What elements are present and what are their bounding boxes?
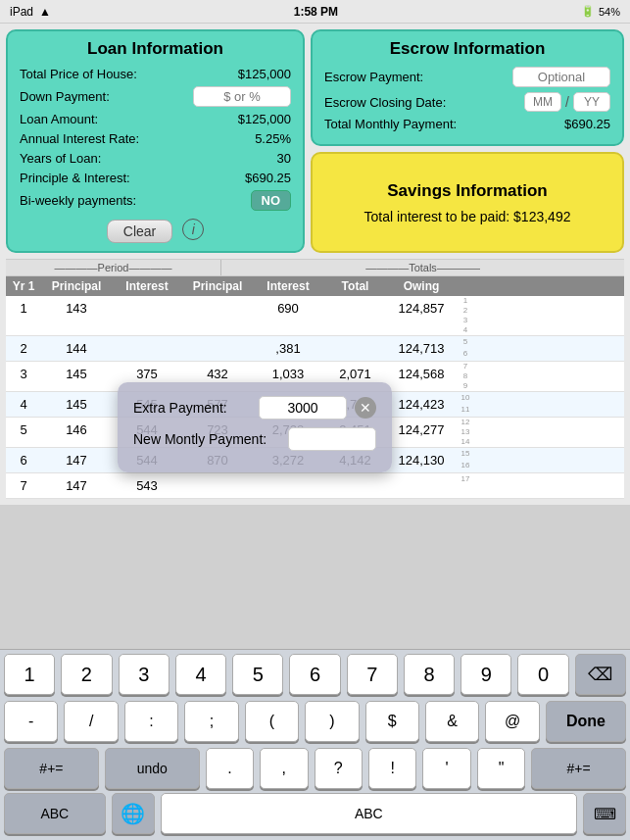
down-payment-input[interactable]: [193, 86, 291, 107]
cell-owing: 124,713: [387, 336, 456, 361]
kb-key-quote[interactable]: ': [422, 748, 470, 789]
loan-label-years: Years of Loan:: [20, 151, 101, 166]
cell-owing: 124,423: [387, 392, 456, 417]
escrow-yy-input[interactable]: [573, 92, 610, 112]
kb-key-at[interactable]: @: [485, 701, 539, 742]
cell-p2: [182, 296, 253, 335]
kb-key-9[interactable]: 9: [460, 654, 511, 695]
cell-yr: 1: [6, 296, 41, 335]
date-inputs: /: [524, 92, 610, 112]
loan-row-amount: Loan Amount: $125,000: [20, 112, 291, 126]
cell-total: [323, 336, 387, 361]
loan-row-price: Total Price of House: $125,000: [20, 67, 291, 81]
kb-key-space[interactable]: ABC: [161, 793, 577, 834]
cell-yr: 2: [6, 336, 41, 361]
col-interest2-header: Interest: [253, 276, 323, 296]
col-headers: Yr 1 Principal Interest Principal Intere…: [6, 276, 624, 296]
kb-row-bottom: ABC 🌐 ABC ⌨: [0, 791, 630, 840]
cell-p1: 147: [41, 473, 112, 498]
cell-i1: [112, 296, 182, 335]
kb-key-exclaim[interactable]: !: [368, 748, 416, 789]
kb-key-hasheq[interactable]: #+=: [4, 748, 99, 789]
kb-key-ampersand[interactable]: &: [425, 701, 479, 742]
kb-key-6[interactable]: 6: [289, 654, 340, 695]
escrow-label-total: Total Monthly Payment:: [324, 117, 457, 131]
cell-p1: 147: [41, 448, 112, 472]
kb-key-2[interactable]: 2: [61, 654, 112, 695]
loan-label-pi: Principle & Interest:: [20, 171, 130, 185]
cell-i2: [253, 473, 323, 498]
biweekly-toggle[interactable]: NO: [251, 190, 292, 211]
savings-interest-text: Total interest to be paid: $123,492: [364, 209, 571, 224]
escrow-row-total: Total Monthly Payment: $690.25: [324, 117, 610, 131]
status-time: 1:58 PM: [294, 5, 338, 19]
kb-key-keyboard-dismiss[interactable]: ⌨: [583, 793, 626, 834]
kb-key-dollar[interactable]: $: [365, 701, 419, 742]
cell-i2: 690: [253, 296, 323, 335]
kb-key-colon[interactable]: :: [124, 701, 178, 742]
kb-key-question[interactable]: ?: [315, 748, 363, 789]
popup-extra-row: Extra Payment: ✕: [133, 396, 376, 420]
kb-key-minus[interactable]: -: [4, 701, 58, 742]
kb-key-hasheq2[interactable]: #+=: [531, 748, 626, 789]
popup-monthly-input[interactable]: [288, 427, 376, 451]
table-row: 7 147 543 17: [6, 473, 624, 499]
clear-button[interactable]: Clear: [107, 220, 172, 243]
kb-key-lparen[interactable]: (: [245, 701, 299, 742]
loan-row-rate: Annual Interest Rate: 5.25%: [20, 131, 291, 146]
popup-clear-icon[interactable]: ✕: [355, 397, 376, 419]
status-bar: iPad ▲ 1:58 PM 🔋 54%: [0, 0, 630, 24]
kb-key-8[interactable]: 8: [404, 654, 455, 695]
kb-key-0[interactable]: 0: [517, 654, 568, 695]
col-principal-header: Principal: [41, 276, 112, 296]
cell-yr: 3: [6, 362, 41, 391]
cell-p1: 145: [41, 362, 112, 391]
kb-key-5[interactable]: 5: [232, 654, 283, 695]
kb-key-globe[interactable]: 🌐: [112, 793, 155, 834]
kb-key-backspace[interactable]: ⌫: [575, 654, 626, 695]
loan-value-price: $125,000: [193, 67, 291, 81]
escrow-mm-input[interactable]: [524, 92, 561, 112]
popup-extra-label: Extra Payment:: [133, 400, 251, 416]
keyboard: 1 2 3 4 5 6 7 8 9 0 ⌫ - / : ; ( ) $ & @ …: [0, 649, 630, 840]
cell-p2: [182, 473, 253, 498]
popup-extra-input[interactable]: [259, 396, 347, 420]
loan-label-price: Total Price of House:: [20, 67, 137, 81]
kb-key-period[interactable]: .: [206, 748, 254, 789]
cell-p1: 143: [41, 296, 112, 335]
kb-row-numbers: 1 2 3 4 5 6 7 8 9 0 ⌫: [0, 650, 630, 697]
cell-yr: 7: [6, 473, 41, 498]
cell-owing: [387, 473, 456, 498]
cell-p1: 146: [41, 418, 112, 447]
savings-panel-title: Savings Information: [387, 181, 547, 201]
kb-key-4[interactable]: 4: [175, 654, 226, 695]
cell-owing: 124,130: [387, 448, 456, 472]
kb-key-dquote[interactable]: ": [477, 748, 525, 789]
loan-label-biweekly: Bi-weekly payments:: [20, 193, 136, 208]
cell-owing: 124,857: [387, 296, 456, 335]
kb-key-abc-left[interactable]: ABC: [4, 793, 106, 834]
kb-key-comma[interactable]: ,: [260, 748, 308, 789]
kb-key-done[interactable]: Done: [546, 701, 626, 742]
escrow-payment-input[interactable]: [512, 67, 610, 87]
status-right: 🔋 54%: [581, 5, 620, 18]
kb-key-1[interactable]: 1: [4, 654, 55, 695]
kb-key-3[interactable]: 3: [119, 654, 170, 695]
kb-key-7[interactable]: 7: [347, 654, 398, 695]
escrow-panel: Escrow Information Escrow Payment: Escro…: [311, 29, 624, 146]
kb-key-rparen[interactable]: ): [305, 701, 359, 742]
popup-monthly-label: New Montly Payment:: [133, 431, 280, 447]
escrow-label-payment: Escrow Payment:: [324, 70, 423, 84]
kb-key-slash[interactable]: /: [64, 701, 118, 742]
kb-key-semicolon[interactable]: ;: [184, 701, 238, 742]
loan-panel-title: Loan Information: [20, 39, 291, 59]
loan-value-rate: 5.25%: [193, 131, 291, 146]
escrow-value-total: $690.25: [564, 117, 610, 131]
loan-label-rate: Annual Interest Rate:: [20, 131, 139, 146]
kb-key-undo[interactable]: undo: [105, 748, 200, 789]
cell-owing: 124,568: [387, 362, 456, 391]
info-icon[interactable]: i: [182, 219, 204, 240]
cell-i2: ,381: [253, 336, 323, 361]
col-total-header: Total: [323, 276, 387, 296]
popup-monthly-row: New Montly Payment:: [133, 427, 376, 451]
